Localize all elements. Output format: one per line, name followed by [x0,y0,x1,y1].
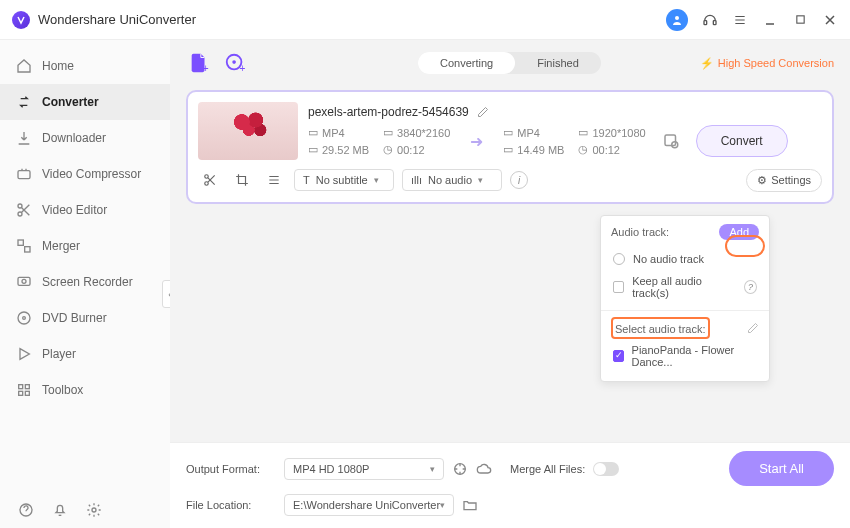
list-button[interactable] [262,168,286,192]
video-thumbnail[interactable] [198,102,298,160]
sidebar-item-converter[interactable]: Converter [0,84,170,120]
file-location-select[interactable]: E:\Wondershare UniConverter▾ [284,494,454,516]
audio-track-item[interactable]: PianoPanda - Flower Dance... [611,339,759,373]
tab-converting[interactable]: Converting [418,52,515,74]
add-disc-button[interactable]: + [222,50,248,76]
output-format-label: Output Format: [186,463,276,475]
gpu-icon[interactable] [452,461,468,477]
high-speed-toggle[interactable]: ⚡High Speed Conversion [700,57,834,70]
tab-finished[interactable]: Finished [515,52,601,74]
svg-rect-4 [18,171,30,179]
video-icon: ▭ [308,126,318,139]
svg-point-12 [23,317,26,320]
cloud-icon[interactable] [476,461,492,477]
output-format-select[interactable]: MP4 HD 1080P▾ [284,458,444,480]
sidebar-item-label: DVD Burner [42,311,107,325]
sidebar-item-label: Merger [42,239,80,253]
clock-icon: ◷ [383,143,393,156]
help-icon[interactable] [18,502,34,518]
sidebar-item-label: Video Editor [42,203,107,217]
info-icon[interactable]: i [510,171,528,189]
svg-point-27 [205,182,209,186]
sidebar-item-label: Video Compressor [42,167,141,181]
svg-point-10 [22,279,26,283]
merge-toggle[interactable] [593,462,619,476]
sidebar-item-player[interactable]: Player [0,336,170,372]
maximize-button[interactable] [792,12,808,28]
edit-icon[interactable] [747,322,759,334]
scissors-icon [16,202,32,218]
cut-button[interactable] [198,168,222,192]
dvd-icon [16,310,32,326]
headset-icon[interactable] [702,12,718,28]
content-area: + + Converting Finished ⚡High Speed Conv… [170,40,850,528]
option-keep-all[interactable]: Keep all audio track(s)? [611,270,759,304]
tabs: Converting Finished [418,52,601,74]
option-no-audio[interactable]: No audio track [611,248,759,270]
chevron-down-icon: ▾ [440,500,445,510]
arrow-icon: ➜ [470,132,483,151]
svg-point-22 [232,60,236,64]
svg-rect-16 [19,391,23,395]
crop-button[interactable] [230,168,254,192]
sidebar-item-dvd[interactable]: DVD Burner [0,300,170,336]
output-settings-icon[interactable] [660,130,682,152]
svg-rect-9 [18,277,30,285]
sidebar-item-merger[interactable]: Merger [0,228,170,264]
chevron-down-icon: ▾ [374,175,379,185]
sidebar-item-label: Downloader [42,131,106,145]
merge-icon [16,238,32,254]
close-button[interactable] [822,12,838,28]
info-icon[interactable]: ? [744,280,757,294]
sidebar-item-recorder[interactable]: Screen Recorder [0,264,170,300]
convert-button[interactable]: Convert [696,125,788,157]
svg-point-6 [18,212,22,216]
svg-rect-17 [25,391,29,395]
audio-dropdown[interactable]: ıllıNo audio▾ [402,169,502,191]
file-location-label: File Location: [186,499,276,511]
sidebar-item-toolbox[interactable]: Toolbox [0,372,170,408]
svg-text:+: + [240,63,246,74]
svg-rect-2 [713,20,716,24]
settings-button[interactable]: ⚙Settings [746,169,822,192]
sidebar-item-label: Player [42,347,76,361]
add-file-button[interactable]: + [186,50,212,76]
svg-rect-24 [665,135,676,146]
audio-track-label: Audio track: [611,226,669,238]
subtitle-dropdown[interactable]: TNo subtitle▾ [294,169,394,191]
open-folder-icon[interactable] [462,497,478,513]
sidebar-item-compressor[interactable]: Video Compressor [0,156,170,192]
svg-rect-1 [704,20,707,24]
add-audio-button[interactable]: Add [719,224,759,240]
sidebar-item-home[interactable]: Home [0,48,170,84]
start-all-button[interactable]: Start All [729,451,834,486]
sidebar-item-editor[interactable]: Video Editor [0,192,170,228]
app-title: Wondershare UniConverter [38,12,666,27]
compress-icon [16,166,32,182]
user-avatar[interactable] [666,9,688,31]
recorder-icon [16,274,32,290]
sidebar-item-downloader[interactable]: Downloader [0,120,170,156]
folder-icon: ▭ [503,143,513,156]
svg-point-5 [18,204,22,208]
svg-point-19 [92,508,96,512]
bell-icon[interactable] [52,502,68,518]
file-name: pexels-artem-podrez-5454639 [308,105,469,119]
titlebar: Wondershare UniConverter [0,0,850,40]
audio-panel: Audio track: Add No audio track Keep all… [600,215,770,382]
play-icon [16,346,32,362]
download-icon [16,130,32,146]
bolt-icon: ⚡ [700,57,714,70]
svg-rect-7 [18,240,23,245]
menu-icon[interactable] [732,12,748,28]
edit-name-icon[interactable] [477,106,489,118]
gear-icon[interactable] [86,502,102,518]
svg-point-0 [675,16,679,20]
sidebar-item-label: Converter [42,95,99,109]
svg-point-26 [205,175,209,179]
sidebar: Home Converter Downloader Video Compress… [0,40,170,528]
svg-rect-15 [25,385,29,389]
audio-icon: ıllı [411,174,422,186]
converter-icon [16,94,32,110]
minimize-button[interactable] [762,12,778,28]
